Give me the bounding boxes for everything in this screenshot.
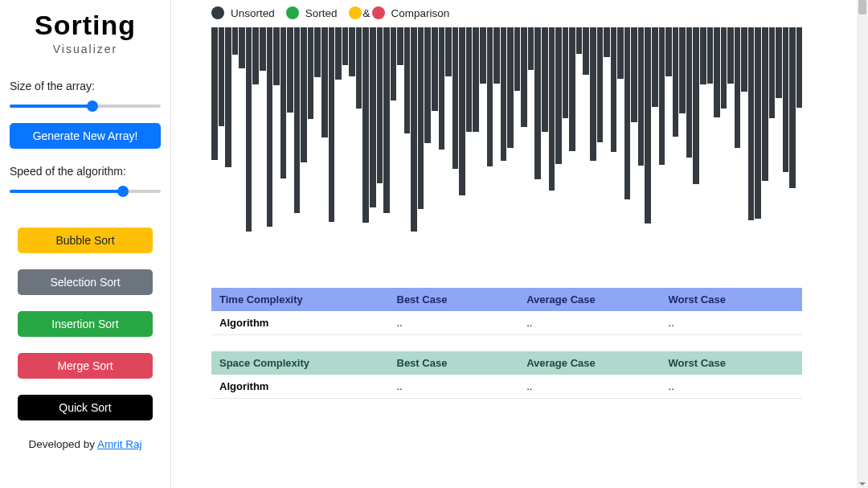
bar (542, 27, 548, 132)
bar (314, 27, 321, 77)
bar (377, 27, 383, 183)
selection-sort-button[interactable]: Selection Sort (18, 269, 153, 295)
bar (356, 27, 362, 109)
bar (432, 27, 438, 111)
generate-array-button[interactable]: Generate New Array! (10, 123, 161, 149)
bar (273, 27, 280, 85)
bar (445, 27, 452, 76)
th-average: Average Case (518, 351, 660, 375)
cell-worst: .. (661, 375, 802, 399)
array-size-label: Size of the array: (10, 80, 161, 92)
legend-dot-icon (349, 6, 362, 19)
bar (287, 27, 293, 113)
bar (617, 27, 624, 79)
bubble-sort-button[interactable]: Bubble Sort (18, 228, 153, 253)
app-title: Sorting (10, 10, 161, 41)
bar (252, 27, 259, 84)
bar (590, 27, 596, 161)
bar (741, 27, 747, 92)
bar (534, 27, 541, 179)
bar (769, 27, 776, 118)
bar (397, 27, 403, 65)
bar (260, 27, 266, 71)
bar (507, 27, 514, 148)
bar (714, 27, 720, 117)
cell-algorithm: Algorithm (211, 375, 389, 399)
bar (246, 27, 252, 232)
algorithm-buttons: Bubble SortSelection SortInsertion SortM… (10, 228, 161, 437)
th-worst: Worst Case (661, 288, 802, 311)
bar (521, 27, 527, 127)
th-average: Average Case (518, 288, 660, 311)
bar (308, 27, 314, 119)
time-complexity-table: Time Complexity Best Case Average Case W… (211, 288, 802, 335)
table-row: Algorithm .. .. .. (211, 311, 802, 335)
bar (576, 27, 583, 54)
bar (342, 27, 349, 65)
bar (362, 27, 369, 223)
bar (624, 27, 631, 199)
bar (459, 27, 465, 195)
bar (411, 27, 417, 232)
bar (762, 27, 768, 181)
bar (211, 27, 218, 160)
cell-algorithm: Algorithm (211, 311, 389, 335)
legend-dot-icon (211, 6, 224, 19)
bar (294, 27, 301, 213)
bar-chart (211, 27, 802, 238)
bar (735, 27, 741, 148)
bar (335, 27, 342, 80)
bar (424, 27, 431, 143)
slider-thumb[interactable] (117, 186, 129, 197)
insertion-sort-button[interactable]: Insertion Sort (18, 311, 153, 337)
th-label: Time Complexity (211, 288, 389, 311)
footer: Developed by Amrit Raj (10, 438, 161, 450)
bar (776, 27, 782, 98)
bar (219, 27, 225, 126)
slider-thumb[interactable] (87, 100, 98, 112)
bar (665, 27, 672, 76)
bar (604, 27, 610, 57)
bar (645, 27, 651, 223)
bar (748, 27, 755, 220)
footer-prefix: Developed by (28, 438, 97, 450)
array-size-slider[interactable] (10, 100, 161, 112)
bar (267, 27, 273, 227)
table-row: Algorithm .. .. .. (211, 375, 802, 399)
bar (514, 27, 521, 91)
bar (707, 27, 714, 84)
bar (466, 27, 473, 132)
bar (638, 27, 645, 166)
bar (232, 27, 239, 55)
scrollbar[interactable] (857, 0, 868, 488)
bar (789, 27, 796, 188)
legend-label: Comparison (391, 7, 450, 19)
th-worst: Worst Case (661, 351, 802, 375)
bar (439, 27, 445, 150)
scrollbar-thumb[interactable] (858, 0, 866, 14)
bar (418, 27, 424, 209)
quick-sort-button[interactable]: Quick Sort (18, 395, 153, 420)
cell-best: .. (389, 375, 519, 399)
bar (569, 27, 575, 151)
bar (693, 27, 699, 184)
bar (280, 27, 287, 178)
legend-label: Sorted (305, 7, 338, 19)
bar (611, 27, 617, 152)
bar (404, 27, 411, 133)
cell-average: .. (518, 375, 660, 399)
speed-slider[interactable] (10, 186, 161, 197)
author-link[interactable]: Amrit Raj (97, 438, 142, 450)
cell-best: .. (389, 311, 519, 335)
bar (563, 27, 569, 118)
bar (480, 27, 486, 84)
bar (528, 27, 534, 70)
bar (555, 27, 562, 164)
cell-average: .. (518, 311, 660, 335)
bar (370, 27, 376, 207)
scroll-down-icon[interactable] (859, 482, 866, 486)
merge-sort-button[interactable]: Merge Sort (18, 353, 153, 379)
bar (659, 27, 665, 165)
bar (721, 27, 727, 109)
speed-label: Speed of the algorithm: (10, 165, 161, 178)
